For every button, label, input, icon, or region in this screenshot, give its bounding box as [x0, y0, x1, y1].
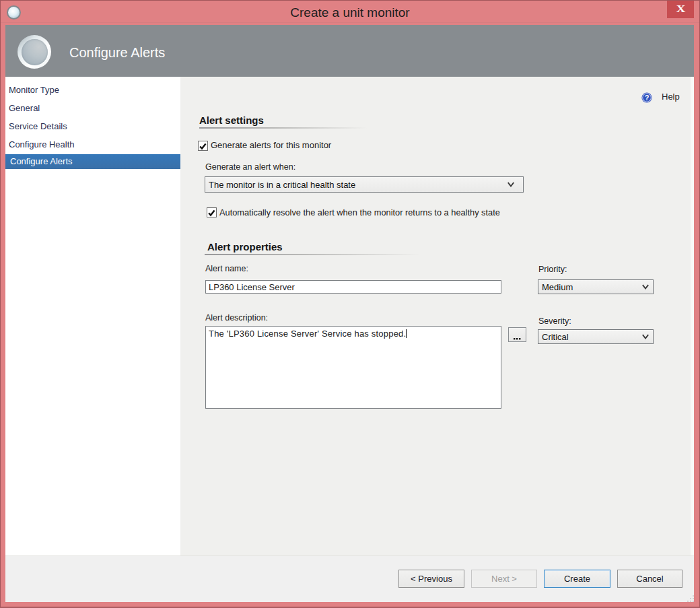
svg-text:?: ?	[645, 94, 650, 102]
